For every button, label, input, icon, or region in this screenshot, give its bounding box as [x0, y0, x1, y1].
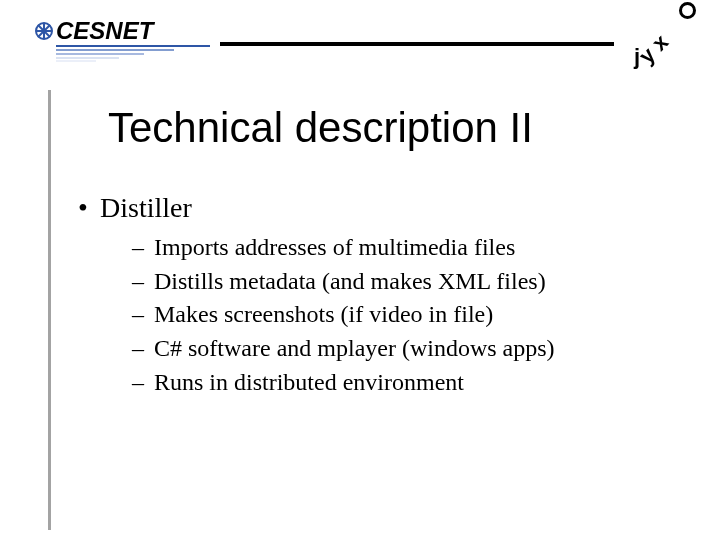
list-item: –Runs in distributed environment [132, 367, 654, 398]
cesnet-logo: CESNET [34, 10, 212, 64]
list-item-label: C# software and mplayer (windows apps) [154, 335, 555, 361]
jyxo-logo: x y j [632, 2, 698, 68]
dash-icon: – [132, 232, 144, 263]
list-item-label: Distiller [100, 192, 192, 223]
svg-text:CESNET: CESNET [56, 17, 156, 44]
list-item: –Makes screenshots (if video in file) [132, 299, 654, 330]
logo-letter-j: j [634, 44, 640, 70]
slide-header: CESNET x y j [0, 0, 720, 78]
list-item-label: Distills metadata (and makes XML files) [154, 268, 546, 294]
list-item: • Distiller –Imports addresses of multim… [74, 190, 654, 397]
dash-icon: – [132, 333, 144, 364]
list-item-label: Makes screenshots (if video in file) [154, 301, 493, 327]
slide-title: Technical description II [108, 104, 533, 152]
bullet-icon: • [78, 190, 88, 226]
dash-icon: – [132, 367, 144, 398]
list-item-label: Imports addresses of multimedia files [154, 234, 515, 260]
sub-list: –Imports addresses of multimedia files –… [132, 232, 654, 398]
list-item: –Imports addresses of multimedia files [132, 232, 654, 263]
slide-body: • Distiller –Imports addresses of multim… [74, 190, 654, 407]
dash-icon: – [132, 299, 144, 330]
vertical-rule [48, 90, 51, 530]
dash-icon: – [132, 266, 144, 297]
list-item: –Distills metadata (and makes XML files) [132, 266, 654, 297]
header-rule [220, 42, 614, 46]
slide: CESNET x y j Technical description II • … [0, 0, 720, 540]
list-item-label: Runs in distributed environment [154, 369, 464, 395]
list-item: –C# software and mplayer (windows apps) [132, 333, 654, 364]
circle-icon [679, 2, 696, 19]
